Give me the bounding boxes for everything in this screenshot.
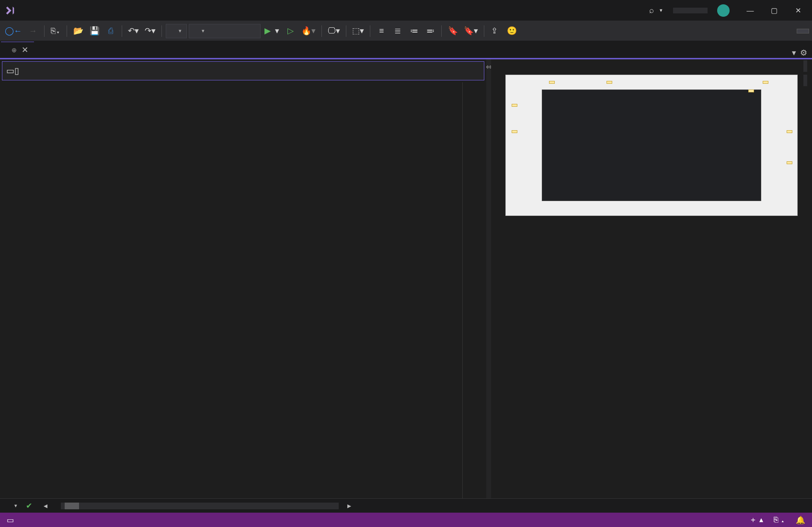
preview-image	[505, 75, 798, 216]
bookmark-button[interactable]: 🔖	[446, 24, 460, 38]
title-bar: ⌕ ▾ — ▢ ✕	[0, 0, 812, 21]
preview-icon: ▭▯	[6, 66, 19, 76]
save-button[interactable]: 💾	[87, 24, 102, 38]
tab-settings-icon[interactable]: ⚙	[800, 48, 807, 58]
repo-icon: ⎘	[774, 516, 778, 524]
new-item-button[interactable]: ⎘▾	[48, 24, 63, 38]
callout	[748, 90, 754, 92]
document-tabstrip: ⊕ ✕ ▾ ⚙	[0, 41, 812, 59]
output-icon[interactable]: ▭	[7, 516, 14, 525]
plus-icon: ＋	[749, 516, 757, 524]
code-content[interactable]	[54, 82, 462, 498]
check-icon: ✔	[26, 501, 32, 510]
nav-forward-button[interactable]: →	[26, 24, 40, 38]
callout	[512, 130, 517, 133]
open-file-button[interactable]: 📂	[71, 24, 85, 38]
chevron-down-icon: ▾	[660, 7, 663, 13]
outdent-button[interactable]: ≣	[390, 24, 405, 38]
comment-button[interactable]: ≔	[407, 24, 421, 38]
search-box[interactable]: ⌕ ▾	[643, 4, 668, 17]
indent-button[interactable]: ≡	[374, 24, 389, 38]
editor-pane: ▭▯	[0, 59, 486, 498]
markdown-preview	[491, 59, 812, 498]
save-all-button[interactable]: ⎙	[103, 24, 118, 38]
splitter[interactable]: ⇔	[486, 59, 491, 498]
main-toolbar: ◯← → ⎘▾ 📂 💾 ⎙ ↶▾ ↷▾ ▾ ▾ ▶ ▾ ▷ 🔥▾ 🖵▾ ⬚▾ ≡…	[0, 21, 812, 41]
git-changes-tab[interactable]	[803, 75, 807, 86]
window-buttons: — ▢ ✕	[739, 3, 809, 18]
uncomment-button[interactable]: ≕	[423, 24, 437, 38]
select-repository[interactable]: ⎘ ▴	[774, 516, 785, 524]
layout-button[interactable]: ⬚▾	[350, 24, 366, 38]
code-editor[interactable]	[0, 82, 486, 498]
redo-button[interactable]: ↷▾	[143, 24, 158, 38]
callout	[512, 104, 517, 107]
callout	[606, 81, 612, 84]
add-to-source-control[interactable]: ＋ ▴	[749, 515, 763, 525]
close-button[interactable]: ✕	[787, 3, 809, 18]
callout	[787, 161, 792, 164]
editor-info-bar: ▾ ✔ ◂ ▸	[0, 498, 812, 513]
preview-badge	[797, 29, 809, 34]
live-share-button[interactable]: ⇪	[488, 24, 503, 38]
zoom-chevron-icon[interactable]: ▾	[14, 503, 17, 509]
preview-toolbar[interactable]: ▭▯	[2, 61, 484, 80]
callout	[787, 130, 792, 133]
platform-combo[interactable]: ▾	[189, 24, 261, 38]
scroll-right-icon[interactable]: ▸	[347, 501, 351, 510]
minimap[interactable]	[462, 82, 486, 498]
browser-link-button[interactable]: 🖵▾	[326, 24, 342, 38]
start-without-debugging-button[interactable]: ▷	[283, 24, 297, 38]
document-area: ▭▯ ⇔	[0, 59, 812, 498]
nav-back-button[interactable]: ◯←	[3, 24, 24, 38]
bookmark-next-button[interactable]: 🔖▾	[462, 24, 480, 38]
document-tab[interactable]: ⊕ ✕	[1, 42, 34, 58]
notifications-icon[interactable]: 🔔	[796, 516, 805, 525]
callout	[763, 81, 768, 84]
share-icon: ⇪	[491, 26, 498, 36]
solution-name[interactable]	[673, 8, 708, 13]
issues-indicator[interactable]: ✔	[26, 501, 35, 510]
side-tool-tabs	[799, 60, 812, 89]
scroll-left-icon[interactable]: ◂	[44, 501, 47, 510]
callout	[549, 81, 555, 84]
undo-button[interactable]: ↶▾	[126, 24, 141, 38]
minimize-button[interactable]: —	[739, 3, 761, 18]
status-bar: ▭ ＋ ▴ ⎘ ▴ 🔔	[0, 513, 812, 527]
solution-explorer-tab[interactable]	[803, 60, 807, 72]
feedback-button[interactable]: 🙂	[504, 24, 519, 38]
user-avatar[interactable]	[717, 4, 730, 17]
hot-reload-button[interactable]: 🔥▾	[299, 24, 318, 38]
horizontal-scrollbar[interactable]	[61, 503, 339, 509]
pin-icon[interactable]: ⊕	[11, 46, 17, 54]
search-icon: ⌕	[649, 6, 654, 15]
app-logo-icon	[3, 3, 17, 18]
close-icon[interactable]: ✕	[22, 45, 28, 55]
tab-overflow-button[interactable]: ▾	[792, 48, 796, 58]
line-number-gutter	[0, 82, 54, 498]
start-debugging-button[interactable]: ▶ ▾	[263, 24, 281, 38]
config-combo[interactable]: ▾	[166, 24, 187, 38]
maximize-button[interactable]: ▢	[763, 3, 785, 18]
